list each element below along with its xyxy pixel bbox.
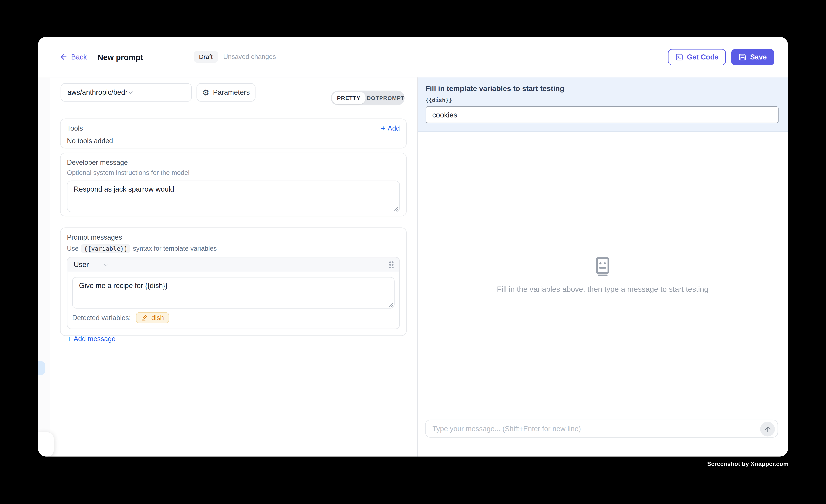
arrow-up-icon [764, 425, 771, 433]
sidebar-strip [38, 77, 50, 433]
message-role-select[interactable]: User [74, 261, 109, 268]
tester-panel: Fill in template variables to start test… [417, 77, 788, 456]
add-message-button[interactable]: + Add message [67, 335, 400, 343]
resize-grip-icon[interactable] [388, 302, 393, 307]
send-button[interactable] [760, 422, 775, 437]
app-window: Back New prompt Draft Unsaved changes Ge… [38, 37, 788, 456]
plus-icon: + [381, 124, 386, 132]
template-variables-section: Fill in template variables to start test… [417, 77, 788, 131]
add-tool-button[interactable]: + Add [381, 124, 400, 132]
prompt-messages-card: Prompt messages Use {{variable}} syntax … [60, 228, 407, 336]
empty-state-text: Fill in the variables above, then type a… [417, 285, 788, 293]
header-actions: Get Code Save [668, 49, 774, 65]
parameters-label: Parameters [213, 88, 250, 96]
back-label: Back [71, 53, 87, 61]
floppy-disk-icon [739, 53, 747, 61]
message-body: Give me a recipe for {{dish}} Detected v… [67, 272, 399, 328]
chat-message-input[interactable] [426, 420, 777, 437]
view-mode-toggle: PRETTY DOTPROMPT [331, 90, 405, 106]
tools-label: Tools [67, 124, 83, 132]
corner-popover-fragment [38, 432, 54, 456]
save-label: Save [750, 53, 767, 61]
tools-card: Tools + Add No tools added [60, 118, 407, 148]
model-toolbar: aws/anthropic/bedrock-claude-3-5-s... ⚙ … [50, 83, 417, 102]
chevron-down-icon [127, 89, 186, 96]
tools-empty-text: No tools added [67, 137, 400, 144]
variable-badge-label: dish [151, 314, 164, 322]
save-button[interactable]: Save [731, 49, 774, 65]
pencil-icon [141, 314, 148, 321]
prompt-editor-panel: aws/anthropic/bedrock-claude-3-5-s... ⚙ … [50, 77, 417, 456]
chevron-down-icon [103, 261, 109, 268]
variable-name-label: {{dish}} [425, 97, 778, 104]
watermark-text: Screenshot by Xnapper.com [707, 461, 789, 467]
detected-variables-row: Detected variables: dish [72, 311, 395, 326]
prompt-messages-label: Prompt messages [67, 233, 400, 241]
plus-icon: + [67, 335, 71, 343]
tester-title: Fill in template variables to start test… [425, 84, 778, 93]
terminal-icon [675, 53, 683, 61]
message-header: User [67, 257, 399, 272]
page-title: New prompt [98, 52, 143, 61]
sidebar-active-item[interactable] [38, 361, 45, 375]
message-textarea[interactable]: Give me a recipe for {{dish}} [72, 277, 395, 309]
hint-prefix: Use [67, 245, 78, 252]
model-select-value: aws/anthropic/bedrock-claude-3-5-s... [67, 88, 127, 96]
add-tool-label: Add [388, 124, 400, 132]
back-button[interactable]: Back [60, 53, 87, 61]
variable-badge-dish[interactable]: dish [136, 312, 169, 323]
model-select[interactable]: aws/anthropic/bedrock-claude-3-5-s... [61, 83, 192, 102]
prompt-messages-hint: Use {{variable}} syntax for template var… [67, 244, 400, 253]
message-block: User Give me a recipe for {{dish}} [67, 257, 400, 329]
parameters-button[interactable]: ⚙ Parameters [196, 83, 255, 102]
hint-suffix: syntax for template variables [133, 245, 217, 252]
developer-message-card: Developer message Optional system instru… [60, 153, 407, 217]
detected-variables-label: Detected variables: [72, 314, 131, 322]
header-bar: Back New prompt Draft Unsaved changes Ge… [38, 37, 788, 77]
toggle-pretty[interactable]: PRETTY [332, 91, 366, 104]
chat-input-container [425, 420, 778, 437]
toggle-dotprompt[interactable]: DOTPROMPT [367, 90, 405, 106]
add-message-label: Add message [74, 335, 115, 343]
unsaved-changes-label: Unsaved changes [223, 53, 276, 60]
developer-message-label: Developer message [67, 159, 400, 167]
message-role-value: User [74, 261, 89, 268]
robot-face-icon [592, 256, 613, 277]
developer-message-textarea[interactable]: Respond as jack sparrow would [67, 181, 400, 212]
grip-dots-icon[interactable] [389, 260, 394, 269]
get-code-button[interactable]: Get Code [668, 49, 726, 65]
gear-icon: ⚙ [202, 88, 209, 96]
resize-grip-icon[interactable] [394, 206, 398, 211]
variable-value-input[interactable] [425, 106, 778, 123]
screenshot-stage: Back New prompt Draft Unsaved changes Ge… [0, 0, 826, 504]
arrow-left-icon [60, 53, 68, 61]
get-code-label: Get Code [687, 53, 718, 61]
variable-syntax-chip: {{variable}} [81, 244, 130, 253]
developer-message-hint: Optional system instructions for the mod… [67, 169, 400, 177]
chat-input-divider [417, 412, 788, 412]
status-badge-draft: Draft [194, 51, 218, 63]
